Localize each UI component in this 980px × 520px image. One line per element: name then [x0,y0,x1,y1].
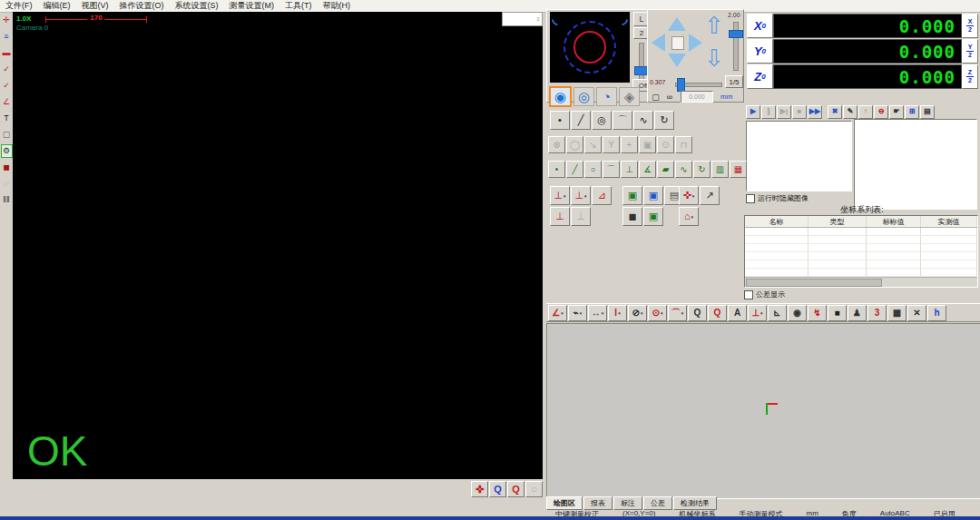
auto-curve-button[interactable]: ∿ [675,161,692,178]
zoom-in-icon[interactable]: Q [489,481,506,497]
measure-point-button[interactable]: • [550,111,570,130]
table-row[interactable] [745,228,977,236]
text-tool-icon[interactable]: T [1,112,13,125]
text-label-icon[interactable]: A [728,305,747,321]
measure-circle-button[interactable]: ◎ [592,111,612,130]
video-overlay-dropdown[interactable]: ≡ [502,12,543,26]
table-header-cell-1[interactable]: 类型 [808,216,867,227]
axis-flip-icon[interactable]: ⊾ [768,305,787,321]
save-program-button[interactable]: ▣ [643,186,663,205]
hand-tool-icon[interactable]: ☞ [1,177,13,191]
leader-dim-icon[interactable]: ⌁▾ [568,305,587,321]
table-header-cell-0[interactable]: 名称 [745,216,808,227]
edge-pick-button[interactable]: ↘ [584,136,602,153]
build-cs-axis-button[interactable]: ⊥▾ [571,186,591,205]
run-button[interactable]: ▶ [746,105,760,119]
angle-tool-icon[interactable]: ∠ [1,95,13,109]
z-speed-slider-thumb[interactable] [729,30,743,38]
edge-vee-button[interactable]: Y [603,136,620,153]
menu-item-0[interactable]: 文件(F) [0,0,38,12]
auto-plane-button[interactable]: ▰ [657,161,674,178]
move-up-icon[interactable]: ↑ [858,105,873,119]
jog-up-button[interactable] [668,17,686,31]
table-row[interactable] [745,260,977,269]
ring-light-quadrant-icon[interactable]: ◔ [596,87,617,106]
capture-icon[interactable]: ◼ [1,161,13,174]
dro-y-label[interactable]: Y0 [747,39,773,64]
ring-light-preview[interactable] [550,12,630,83]
auto-perpendicular-button[interactable]: ⊥ [621,161,638,178]
dro-x-half-button[interactable]: X2 [962,14,978,38]
measure-curve-button[interactable]: ∿ [633,111,653,130]
zoom-out-icon[interactable]: Q [688,305,707,321]
arc-dim-icon[interactable]: ⌒▾ [668,305,687,321]
jog-left-button[interactable] [652,34,665,52]
menu-item-5[interactable]: 测量设置(M) [224,0,280,12]
edge-image-button[interactable]: ▣ [639,136,656,153]
auto-focus-icon[interactable]: ✓ [1,63,13,76]
dark-grid-icon[interactable]: ▦ [887,305,906,321]
table-row[interactable] [745,244,977,252]
goto-position-icon[interactable]: ∞ [662,92,677,103]
menu-item-2[interactable]: 视图(V) [76,0,114,12]
horizontal-dim-icon[interactable]: ↔▾ [588,305,607,321]
auto-circle-button[interactable]: ○ [584,161,602,178]
diameter-dim-icon[interactable]: ⊘▾ [628,305,647,321]
probe-icon[interactable]: ✛ [1,14,13,27]
dro-y-half-button[interactable]: Y2 [962,39,978,64]
wrench-icon[interactable]: ✖ [828,105,842,119]
dro-x-label[interactable]: X0 [747,14,773,38]
selection-box-icon[interactable]: ▢ [1,128,13,142]
pause-button[interactable]: ∥ [761,105,776,119]
coord-label-icon[interactable]: ⊥▾ [748,305,767,321]
build-cs-translate-button[interactable]: ⊥ [550,207,570,226]
menu-item-1[interactable]: 编辑(E) [38,0,76,12]
laser-line-icon[interactable]: ▬ [1,46,13,60]
run-to-position-button[interactable]: ↗ [700,186,720,205]
table-row[interactable] [745,269,977,277]
measure-arc-button[interactable]: ⌒ [612,111,632,130]
auto-arc-button[interactable]: ⌒ [603,161,620,178]
hide-image-checkbox[interactable] [746,194,755,203]
dro-z-half-button[interactable]: Z2 [962,64,978,89]
auto-angle-button[interactable]: ∡ [639,161,656,178]
circle-select-icon[interactable]: ○ [525,481,543,497]
barcode-icon[interactable]: ‖‖ [1,193,13,207]
ring-light-multi-icon[interactable]: ◈ [619,87,640,106]
build-cs-rotate-button[interactable]: ⊿ [592,186,612,205]
edge-gauge-button[interactable]: ⊓ [675,136,692,153]
build-cs-align-button[interactable]: ⊥ [571,207,591,226]
stop-button[interactable]: ■ [792,105,807,119]
auto-point-button[interactable]: • [548,161,565,178]
save-dark-button[interactable]: ◼ [622,207,642,226]
table-horizontal-scrollbar[interactable] [745,277,977,287]
auto-measure-all-button[interactable]: ▦ [730,161,747,178]
program-list-icon[interactable]: ≡ [1,30,13,44]
report-view-icon[interactable]: ▤ [920,105,935,119]
program-listbox[interactable] [746,121,852,191]
jog-center-button[interactable] [671,36,684,50]
camera-video-view[interactable]: 1.0X 170 Camera 0 OK ≡ [13,12,543,479]
edge-cross-button[interactable]: + [621,136,638,153]
table-header-cell-2[interactable]: 标称值 [867,216,921,227]
auto-scan-button[interactable]: ▥ [711,161,729,178]
scrollbar-thumb[interactable] [746,279,882,287]
red-3-icon[interactable]: 3 [867,305,887,321]
goto-origin-button[interactable]: ✜▾ [679,186,699,205]
vertical-dim-icon[interactable]: I▾ [608,305,627,321]
measure-line-button[interactable]: ╱ [571,111,591,130]
table-row[interactable] [745,236,977,244]
step-button[interactable]: ▶| [777,105,791,119]
dro-z-label[interactable]: Z0 [747,64,773,89]
ring-light-full-icon[interactable]: ◉ [549,86,572,107]
jog-down-button[interactable] [668,54,686,67]
ring-light-segment-icon[interactable]: ◎ [573,87,594,106]
edge-circle-button[interactable]: ⊗ [548,136,565,153]
stage-icon[interactable]: ▢ [650,92,662,103]
table-row[interactable] [745,252,977,260]
h-tool-icon[interactable]: h [927,305,946,321]
x-tool-icon[interactable]: ✕ [907,305,926,321]
abort-icon[interactable]: ⊖ [874,105,888,119]
auto-closed-curve-button[interactable]: ↻ [693,161,710,178]
edit-program-icon[interactable]: ✎ [843,105,858,119]
